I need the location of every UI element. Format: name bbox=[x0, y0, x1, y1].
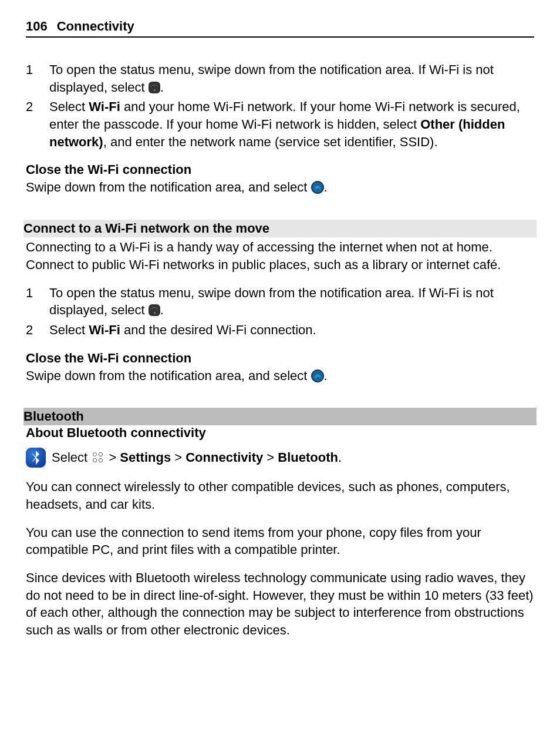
section-bar-on-the-move: Connect to a Wi-Fi network on the move bbox=[23, 220, 537, 237]
step-number: 1 bbox=[26, 61, 49, 79]
list-item: 1 To open the status menu, swipe down fr… bbox=[26, 61, 534, 96]
bluetooth-paragraph: You can connect wirelessly to other comp… bbox=[26, 478, 534, 513]
list-item: 1 To open the status menu, swipe down fr… bbox=[26, 284, 534, 319]
bluetooth-path-line: Select > Settings > Connectivity > Bluet… bbox=[26, 448, 534, 468]
step-number: 2 bbox=[26, 98, 49, 116]
bluetooth-paragraph: You can use the connection to send items… bbox=[26, 524, 534, 559]
wifi-on-icon bbox=[311, 181, 324, 194]
step-body: To open the status menu, swipe down from… bbox=[49, 284, 534, 319]
step-number: 2 bbox=[26, 321, 49, 339]
wifi-off-icon bbox=[149, 82, 160, 93]
close-wifi-text: Swipe down from the notification area, a… bbox=[26, 179, 534, 196]
list-item: 2 Select Wi-Fi and the desired Wi-Fi con… bbox=[26, 321, 534, 339]
running-header: 106Connectivity bbox=[26, 19, 534, 38]
steps-list-public-wifi: 1 To open the status menu, swipe down fr… bbox=[26, 284, 534, 339]
about-bluetooth-heading: About Bluetooth connectivity bbox=[26, 425, 534, 441]
close-wifi-heading: Close the Wi-Fi connection bbox=[26, 162, 534, 177]
wifi-off-icon bbox=[149, 304, 160, 316]
close-wifi-heading: Close the Wi-Fi connection bbox=[26, 351, 534, 366]
step-number: 1 bbox=[26, 284, 49, 302]
list-item: 2 Select Wi-Fi and your home Wi-Fi netwo… bbox=[26, 98, 534, 150]
step-body: Select Wi-Fi and the desired Wi-Fi conne… bbox=[49, 321, 534, 339]
page-title: Connectivity bbox=[57, 19, 134, 33]
wifi-on-icon bbox=[311, 370, 324, 382]
manual-page: 106Connectivity 1 To open the status men… bbox=[0, 0, 560, 739]
bluetooth-paragraph: Since devices with Bluetooth wireless te… bbox=[26, 569, 534, 639]
step-body: Select Wi-Fi and your home Wi-Fi network… bbox=[49, 98, 534, 150]
steps-list-home-wifi: 1 To open the status menu, swipe down fr… bbox=[26, 61, 534, 150]
page-number: 106 bbox=[26, 19, 48, 33]
section-intro: Connecting to a Wi-Fi is a handy way of … bbox=[26, 239, 534, 273]
bluetooth-icon bbox=[26, 448, 46, 468]
section-bar-bluetooth: Bluetooth bbox=[23, 408, 537, 425]
step-body: To open the status menu, swipe down from… bbox=[49, 61, 534, 96]
close-wifi-text: Swipe down from the notification area, a… bbox=[26, 367, 534, 385]
apps-grid-icon bbox=[92, 452, 104, 463]
